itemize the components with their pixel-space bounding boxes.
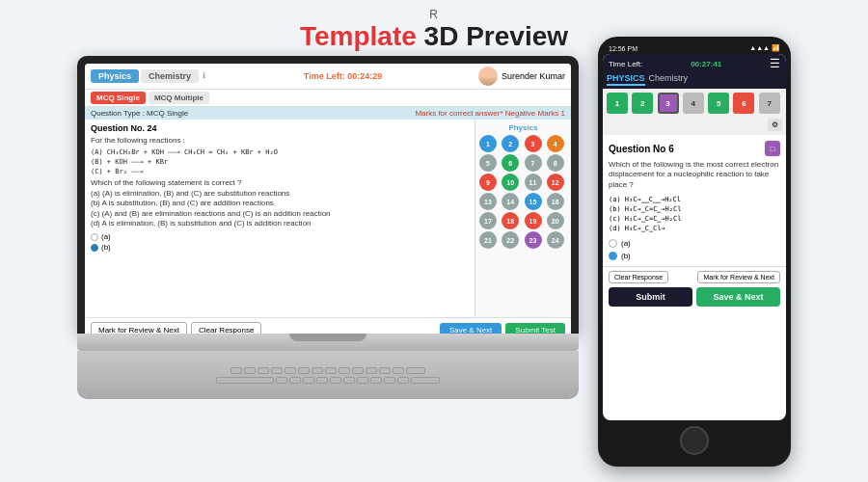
phone-device: 12:56 PM ▲▲▲ 📶 Time Left: 00:27:41 ☰ PHY… xyxy=(598,37,791,467)
key xyxy=(258,367,269,374)
palette-btn-6[interactable]: 6 xyxy=(502,154,519,172)
key xyxy=(384,377,395,384)
key xyxy=(316,377,328,384)
avatar xyxy=(478,67,498,86)
key xyxy=(285,367,296,374)
phone-btn-clear[interactable]: Clear Response xyxy=(609,271,668,283)
phone-palette-btn-3[interactable]: 3 xyxy=(658,93,679,114)
question-meta: Question Type : MCQ Single Marks for cor… xyxy=(85,107,571,120)
btn-mark-review[interactable]: Mark for Review & Next xyxy=(91,322,187,334)
btn-submit[interactable]: Submit Test xyxy=(505,323,565,334)
key xyxy=(298,367,310,374)
palette-btn-16[interactable]: 16 xyxy=(547,193,564,210)
exam-footer: Mark for Review & Next Clear Response Sa… xyxy=(85,317,571,334)
palette-btn-1[interactable]: 1 xyxy=(479,135,497,152)
phone-palette-btn-7[interactable]: 7 xyxy=(759,93,780,114)
palette-btn-22[interactable]: 22 xyxy=(502,231,519,249)
palette-btn-20[interactable]: 20 xyxy=(547,212,564,229)
phone-tab-chemistry[interactable]: Chemistry xyxy=(649,73,689,86)
palette-btn-19[interactable]: 19 xyxy=(525,212,542,229)
palette-btn-5[interactable]: 5 xyxy=(479,154,497,172)
palette-btn-2[interactable]: 2 xyxy=(502,135,519,152)
option-b[interactable]: (b) xyxy=(91,243,469,252)
question-intro: For the following reactions : xyxy=(91,136,469,146)
header-subtitle: R xyxy=(0,8,868,21)
phone-option-b[interactable]: (b) xyxy=(609,252,780,260)
palette-btn-3[interactable]: 3 xyxy=(525,135,542,152)
phone-option-a[interactable]: (a) xyxy=(609,239,780,248)
phone-radio-a[interactable] xyxy=(609,239,617,248)
palette-btn-24[interactable]: 24 xyxy=(547,231,564,249)
hamburger-icon[interactable]: ☰ xyxy=(770,57,780,70)
phone-home-button[interactable] xyxy=(680,426,709,455)
key xyxy=(352,367,364,374)
phone-palette: 1 2 3 4 5 6 7 ⚙ xyxy=(603,89,786,135)
question-statements: Which of the following statement is corr… xyxy=(91,178,469,228)
radio-a[interactable] xyxy=(91,233,98,241)
header-title-black: 3D Preview xyxy=(424,21,568,51)
question-type: Question Type : MCQ Single xyxy=(91,109,188,118)
laptop-device: Physics Chemistry ℹ Time Left: 00:24:29 xyxy=(77,56,579,399)
palette-btn-10[interactable]: 10 xyxy=(502,174,519,191)
laptop-screen: Physics Chemistry ℹ Time Left: 00:24:29 xyxy=(85,64,571,334)
phone-tab-physics[interactable]: PHYSICS xyxy=(607,73,645,86)
option-a[interactable]: (a) xyxy=(91,232,469,241)
tab-chemistry[interactable]: Chemistry xyxy=(141,69,199,83)
phone-btn-review[interactable]: Mark for Review & Next xyxy=(697,271,780,283)
phone-palette-btn-6[interactable]: 6 xyxy=(733,93,754,114)
exam-subtabs: MCQ Single MCQ Multiple xyxy=(85,90,571,107)
palette-btn-4[interactable]: 4 xyxy=(547,135,564,152)
key xyxy=(231,367,242,374)
palette-btn-13[interactable]: 13 xyxy=(479,193,497,210)
palette-btn-15[interactable]: 15 xyxy=(525,193,542,210)
footer-left: Mark for Review & Next Clear Response xyxy=(91,322,261,334)
palette-btn-23[interactable]: 23 xyxy=(525,231,542,249)
settings-icon[interactable]: ⚙ xyxy=(768,119,782,131)
palette-btn-9[interactable]: 9 xyxy=(479,174,497,191)
phone-palette-grid: 1 2 3 4 5 6 7 xyxy=(607,93,782,116)
phone-time: 12:56 PM xyxy=(609,45,637,52)
user-info: Surender Kumar xyxy=(478,67,565,86)
phone-palette-btn-5[interactable]: 5 xyxy=(708,93,729,114)
avatar-image xyxy=(478,67,498,86)
phone-radio-b[interactable] xyxy=(609,252,617,260)
palette-btn-18[interactable]: 18 xyxy=(502,212,519,229)
palette-grid: 1 2 3 4 5 6 7 8 9 10 11 xyxy=(479,135,567,249)
phone-question-text: Which of the following is the most corre… xyxy=(609,160,780,190)
phone-btn-savenext[interactable]: Save & Next xyxy=(696,287,780,307)
timer: Time Left: 00:24:29 xyxy=(304,71,382,81)
phone-palette-btn-1[interactable]: 1 xyxy=(607,93,628,114)
btn-clear[interactable]: Clear Response xyxy=(191,322,261,334)
phone-chem-diagram: (a) H₃C→⎯⎯C⎯⎯→H₂Cl (b) H₃C→⎯C=C⎯→H₂Cl (c… xyxy=(609,196,780,233)
palette-btn-21[interactable]: 21 xyxy=(479,231,497,249)
key xyxy=(366,367,377,374)
phone-palette-btn-4[interactable]: 4 xyxy=(683,93,704,114)
info-icon: ℹ xyxy=(201,69,207,83)
laptop-keyboard xyxy=(77,351,579,399)
palette-btn-17[interactable]: 17 xyxy=(479,212,497,229)
subtab-multiple[interactable]: MCQ Multiple xyxy=(149,92,209,104)
exam-ui: Physics Chemistry ℹ Time Left: 00:24:29 xyxy=(85,64,571,334)
palette-btn-7[interactable]: 7 xyxy=(525,154,542,172)
radio-b[interactable] xyxy=(91,244,98,252)
palette-btn-12[interactable]: 12 xyxy=(547,174,564,191)
header-title-red: Template xyxy=(300,21,417,51)
phone-tabs: PHYSICS Chemistry xyxy=(603,73,786,89)
phone-palette-btn-2[interactable]: 2 xyxy=(632,93,653,114)
phone-palette-settings: ⚙ xyxy=(607,119,782,131)
phone-btn-submit[interactable]: Submit xyxy=(609,287,692,307)
key xyxy=(330,377,341,384)
subtab-single[interactable]: MCQ Single xyxy=(91,92,146,104)
keyboard-row-2 xyxy=(96,377,559,384)
btn-save-next[interactable]: Save & Next xyxy=(440,323,502,334)
palette-btn-8[interactable]: 8 xyxy=(547,154,564,172)
palette-btn-14[interactable]: 14 xyxy=(502,193,519,210)
phone-timer: 00:27:41 xyxy=(691,60,721,68)
key xyxy=(276,377,287,384)
tab-physics[interactable]: Physics xyxy=(91,69,139,83)
key xyxy=(411,377,440,384)
palette-btn-11[interactable]: 11 xyxy=(525,174,542,191)
phone-footer: Clear Response Mark for Review & Next Su… xyxy=(603,266,786,310)
question-palette: Physics 1 2 3 4 5 6 7 8 9 xyxy=(475,120,571,317)
phone-outer: 12:56 PM ▲▲▲ 📶 Time Left: 00:27:41 ☰ PHY… xyxy=(598,37,791,467)
